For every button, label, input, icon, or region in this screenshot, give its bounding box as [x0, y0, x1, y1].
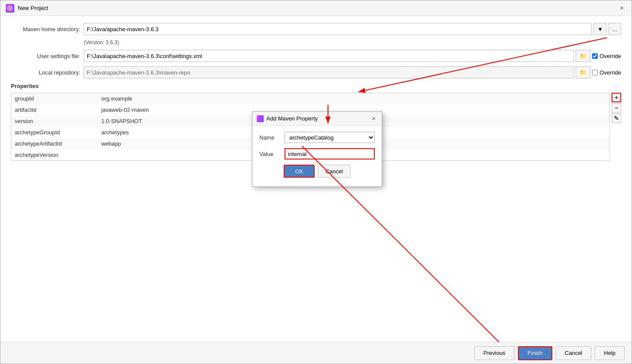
version-info: (Version: 3.6.3): [84, 39, 621, 46]
bottom-bar: Previous Finish Cancel Help: [0, 342, 632, 364]
window-title: New Project: [18, 5, 48, 11]
svg-point-1: [9, 7, 11, 9]
dialog-name-label: Name: [259, 134, 281, 141]
prop-name-cell: artifactId: [11, 104, 98, 116]
finish-button[interactable]: Finish: [518, 346, 552, 360]
maven-home-dropdown[interactable]: ▼: [593, 23, 607, 35]
local-repo-override-text: Override: [599, 69, 621, 76]
main-window: New Project × Maven home directory: ▼ ..…: [0, 0, 632, 364]
dialog-value-input[interactable]: [285, 148, 375, 159]
local-repo-input-group: 📁 Override: [84, 66, 621, 78]
user-settings-override-checkbox[interactable]: [592, 53, 598, 59]
maven-home-browse[interactable]: ...: [609, 23, 621, 35]
local-repo-browse[interactable]: 📁: [576, 66, 590, 78]
previous-button[interactable]: Previous: [475, 346, 515, 360]
app-icon: [6, 4, 14, 13]
user-settings-input[interactable]: [84, 50, 574, 62]
maven-home-row: Maven home directory: ▼ ...: [11, 23, 621, 35]
user-settings-row: User settings file: 📁 Override: [11, 50, 621, 62]
dialog-ok-button[interactable]: OK: [284, 165, 314, 178]
dialog-cancel-button[interactable]: Cancel: [318, 165, 350, 178]
dialog-title: Add Maven Property: [266, 115, 318, 122]
local-repo-override-label: Override: [592, 69, 621, 76]
cancel-button[interactable]: Cancel: [556, 346, 591, 360]
help-button[interactable]: Help: [595, 346, 625, 360]
dialog-buttons: OK Cancel: [259, 165, 375, 180]
user-settings-override-text: Override: [599, 53, 621, 59]
dialog-name-input-group: archetypeCatalog: [285, 132, 375, 143]
remove-property-button[interactable]: −: [612, 103, 621, 113]
dialog-name-row: Name archetypeCatalog: [259, 132, 375, 143]
prop-name-cell: groupId: [11, 93, 98, 104]
dialog-close-button[interactable]: ×: [370, 115, 377, 123]
maven-home-label: Maven home directory:: [11, 26, 80, 32]
user-settings-override-label: Override: [592, 53, 621, 59]
prop-name-cell: archetypeGroupId: [11, 127, 98, 138]
prop-name-cell: archetypeArtifactId: [11, 138, 98, 150]
local-repo-label: Local repository:: [11, 69, 80, 76]
user-settings-browse[interactable]: 📁: [576, 50, 590, 62]
user-settings-label: User settings file:: [11, 53, 80, 59]
properties-controls: + − ✎: [612, 93, 621, 123]
content-area: Maven home directory: ▼ ... (Version: 3.…: [0, 16, 632, 342]
maven-home-input[interactable]: [84, 23, 592, 35]
dialog-title-left: Add Maven Property: [257, 115, 318, 122]
dialog-content: Name archetypeCatalog Value OK Cancel: [252, 126, 382, 186]
local-repo-row: Local repository: 📁 Override: [11, 66, 621, 78]
properties-section-title: Properties: [11, 83, 621, 89]
prop-name-cell: version: [11, 116, 98, 127]
local-repo-input[interactable]: [84, 66, 574, 78]
dialog-value-label: Value: [259, 151, 281, 157]
title-bar-left: New Project: [6, 4, 48, 13]
maven-home-input-group: ▼ ...: [84, 23, 621, 35]
edit-property-button[interactable]: ✎: [612, 114, 621, 123]
user-settings-input-group: 📁 Override: [84, 50, 621, 62]
local-repo-override-checkbox[interactable]: [592, 70, 598, 75]
title-bar: New Project ×: [0, 0, 632, 16]
add-property-button[interactable]: +: [612, 93, 621, 102]
dialog-name-select[interactable]: archetypeCatalog: [285, 132, 375, 143]
dialog-title-bar: Add Maven Property ×: [252, 112, 382, 126]
prop-value-cell: org.example: [98, 93, 610, 104]
dialog-value-row: Value: [259, 148, 375, 159]
add-maven-property-dialog: Add Maven Property × Name archetypeCatal…: [252, 111, 382, 187]
table-row: groupIdorg.example: [11, 93, 610, 104]
prop-name-cell: archetypeVersion: [11, 150, 98, 161]
close-button[interactable]: ×: [617, 3, 626, 13]
dialog-icon: [257, 115, 264, 122]
